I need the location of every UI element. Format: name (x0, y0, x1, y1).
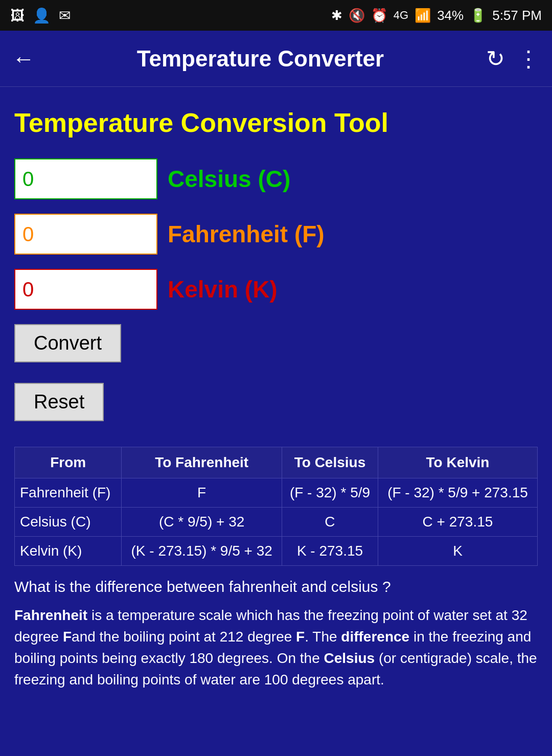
network-icon: 4G (394, 9, 408, 22)
table-cell: Kelvin (K) (15, 537, 122, 566)
reset-section: Reset (14, 383, 538, 431)
menu-button[interactable]: ⋮ (517, 45, 540, 72)
table-row: Celsius (C)(C * 9/5) + 32CC + 273.15 (15, 508, 538, 537)
celsius-row: Celsius (C) (14, 158, 538, 199)
col-to-kelvin: To Kelvin (378, 447, 537, 478)
table-row: Fahrenheit (F)F(F - 32) * 5/9(F - 32) * … (15, 478, 538, 508)
kelvin-row: Kelvin (K) (14, 269, 538, 310)
clock: 5:57 PM (492, 8, 542, 24)
bluetooth-icon: ✱ (331, 8, 342, 24)
reset-button[interactable]: Reset (14, 383, 104, 421)
mail-icon: ✉ (59, 7, 71, 24)
info-text: Fahrenheit is a temperature scale which … (14, 605, 538, 691)
kelvin-input[interactable] (14, 269, 157, 310)
col-from: From (15, 447, 122, 478)
table-cell: C + 273.15 (378, 508, 537, 537)
fahrenheit-label: Fahrenheit (F) (168, 220, 325, 248)
convert-section: Convert (14, 324, 538, 373)
volume-icon: 🔇 (349, 8, 365, 24)
table-cell: (F - 32) * 5/9 + 273.15 (378, 478, 537, 508)
table-cell: (K - 273.15) * 9/5 + 32 (122, 537, 282, 566)
convert-button[interactable]: Convert (14, 324, 121, 362)
celsius-label: Celsius (C) (168, 165, 290, 193)
account-icon: 👤 (33, 7, 51, 24)
status-icons-left: 🖼 👤 ✉ (10, 7, 71, 24)
table-cell: (F - 32) * 5/9 (282, 478, 378, 508)
back-button[interactable]: ← (12, 46, 35, 72)
battery-icon: 🔋 (470, 8, 486, 24)
table-cell: F (122, 478, 282, 508)
table-cell: (C * 9/5) + 32 (122, 508, 282, 537)
table-cell: Fahrenheit (F) (15, 478, 122, 508)
signal-icon: 📶 (415, 8, 431, 24)
kelvin-label: Kelvin (K) (168, 276, 278, 303)
status-bar: 🖼 👤 ✉ ✱ 🔇 ⏰ 4G 📶 34% 🔋 5:57 PM (0, 0, 552, 31)
table-cell: K (378, 537, 537, 566)
image-icon: 🖼 (10, 7, 25, 24)
app-bar: ← Temperature Converter ↻ ⋮ (0, 31, 552, 87)
table-cell: Celsius (C) (15, 508, 122, 537)
status-icons-right: ✱ 🔇 ⏰ 4G 📶 34% 🔋 5:57 PM (331, 8, 542, 24)
battery-label: 34% (437, 8, 464, 24)
app-title: Temperature Converter (47, 46, 474, 72)
refresh-button[interactable]: ↻ (486, 45, 505, 72)
table-cell: C (282, 508, 378, 537)
formula-table: From To Fahrenheit To Celsius To Kelvin … (14, 447, 538, 566)
col-to-fahrenheit: To Fahrenheit (122, 447, 282, 478)
info-question: What is the difference between fahrenhei… (14, 578, 538, 595)
celsius-input[interactable] (14, 158, 157, 199)
alarm-icon: ⏰ (371, 8, 387, 24)
main-content: Temperature Conversion Tool Celsius (C) … (0, 87, 552, 756)
fahrenheit-input[interactable] (14, 214, 157, 255)
col-to-celsius: To Celsius (282, 447, 378, 478)
table-cell: K - 273.15 (282, 537, 378, 566)
fahrenheit-row: Fahrenheit (F) (14, 214, 538, 255)
table-row: Kelvin (K)(K - 273.15) * 9/5 + 32K - 273… (15, 537, 538, 566)
page-title: Temperature Conversion Tool (14, 107, 538, 138)
